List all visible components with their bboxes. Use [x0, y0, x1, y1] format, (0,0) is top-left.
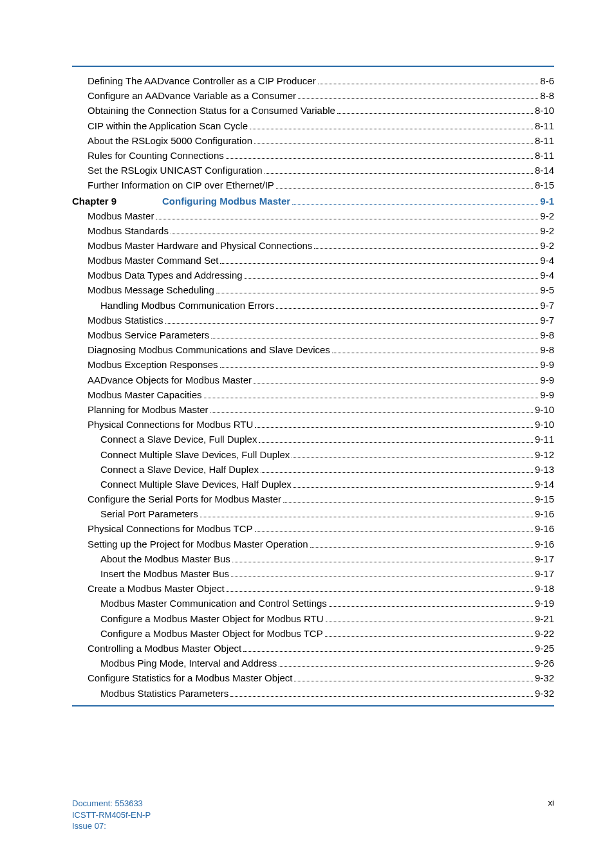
toc-entry-label[interactable]: About the Modbus Master Bus: [100, 554, 230, 564]
leader-dots: [259, 442, 533, 443]
footer-doc-block: Document: 553633 ICSTT-RM405f-EN-P Issue…: [72, 798, 151, 832]
toc-entry-page: 9-2: [540, 226, 554, 235]
toc-entry-label[interactable]: Modbus Ping Mode, Interval and Address: [100, 658, 277, 668]
toc-entry: Connect Multiple Slave Devices, Full Dup…: [72, 450, 554, 460]
toc-entry-label[interactable]: Modbus Exception Responses: [88, 360, 218, 369]
toc-entry-label[interactable]: Obtaining the Connection Status for a Co…: [88, 106, 335, 115]
toc-entry-page: 9-10: [535, 420, 554, 429]
toc-entry-label[interactable]: Modbus Service Parameters: [88, 330, 209, 340]
toc-entry-label[interactable]: Modbus Master Capacities: [88, 390, 202, 400]
toc-entry-label[interactable]: Configure a Modbus Master Object for Mod…: [100, 629, 323, 638]
leader-dots: [292, 457, 533, 458]
leader-dots: [265, 173, 533, 174]
toc-entry-label[interactable]: Controlling a Modbus Master Object: [88, 643, 241, 653]
toc-entry-label[interactable]: Modbus Master Hardware and Physical Conn…: [88, 241, 312, 250]
toc-entry: Rules for Counting Connections8-11: [72, 151, 554, 161]
toc-entry: Modbus Service Parameters9-8: [72, 330, 554, 340]
leader-dots: [216, 293, 539, 293]
toc-entry-label[interactable]: Modbus Master Command Set: [88, 255, 218, 265]
leader-dots: [276, 188, 533, 189]
toc-entry-label[interactable]: Rules for Counting Connections: [88, 151, 224, 160]
toc-entry-page: 8-10: [535, 106, 554, 115]
toc-entry: Modbus Master Communication and Control …: [72, 598, 554, 609]
chapter-label: Chapter 9: [72, 196, 162, 207]
toc-entry-label[interactable]: Connect a Slave Device, Half Duplex: [100, 465, 259, 474]
leader-dots: [298, 98, 538, 99]
page-footer: Document: 553633 ICSTT-RM405f-EN-P Issue…: [72, 798, 554, 832]
toc-entry-page: 9-7: [540, 300, 554, 310]
toc-entry: Modbus Master Capacities9-9: [72, 390, 554, 400]
toc-entry-label[interactable]: Configure the Serial Ports for Modbus Ma…: [88, 494, 281, 504]
toc-entry-page: 9-9: [540, 375, 554, 385]
toc-entry-page: 9-19: [535, 598, 554, 608]
leader-dots: [171, 234, 538, 234]
footer-page-number: xi: [548, 798, 554, 808]
leader-dots: [156, 219, 538, 219]
toc-entry: Modbus Master Hardware and Physical Conn…: [72, 241, 554, 251]
toc-entry-page: 9-8: [540, 345, 554, 355]
toc-entry-page: 9-21: [535, 614, 554, 623]
toc-entry-label[interactable]: Insert the Modbus Master Bus: [100, 569, 229, 578]
toc-entry: Configure an AADvance Variable as a Cons…: [72, 91, 554, 101]
toc-entry-label[interactable]: Modbus Statistics Parameters: [100, 688, 228, 698]
toc-entry: Diagnosing Modbus Communications and Sla…: [72, 345, 554, 355]
toc-entry-label[interactable]: Modbus Master: [88, 211, 154, 221]
toc-entry: About the RSLogix 5000 Configuration8-11: [72, 136, 554, 146]
leader-dots: [314, 248, 538, 249]
chapter-leader-dots: [292, 204, 538, 205]
toc-entry-label[interactable]: Setting up the Project for Modbus Master…: [88, 539, 308, 549]
toc-entry-label[interactable]: Configure a Modbus Master Object for Mod…: [100, 614, 324, 623]
leader-dots: [250, 129, 533, 129]
footer-doc-number: Document: 553633: [72, 798, 151, 809]
toc-entry-label[interactable]: CIP within the Application Scan Cycle: [88, 121, 248, 131]
toc-entry: Physical Connections for Modbus TCP9-16: [72, 524, 554, 534]
toc-entry-label[interactable]: About the RSLogix 5000 Configuration: [88, 136, 252, 145]
toc-entry-label[interactable]: Planning for Modbus Master: [88, 405, 209, 414]
toc-entry-label[interactable]: Modbus Message Scheduling: [88, 285, 214, 295]
bottom-rule: [72, 705, 554, 706]
toc-entry-label[interactable]: Connect Multiple Slave Devices, Half Dup…: [100, 479, 292, 489]
toc-entry-label[interactable]: Diagnosing Modbus Communications and Sla…: [88, 345, 330, 355]
toc-entry-label[interactable]: Configure Statistics for a Modbus Master…: [88, 673, 292, 683]
toc-entry-label[interactable]: Further Information on CIP over Ethernet…: [88, 180, 274, 190]
toc-entry-page: 9-10: [535, 405, 554, 414]
leader-dots: [227, 591, 533, 592]
toc-entry-page: 9-8: [540, 330, 554, 340]
toc-entry-page: 9-22: [535, 629, 554, 638]
toc-entry-page: 9-26: [535, 658, 554, 668]
toc-entry-page: 9-17: [535, 554, 554, 564]
toc-entry-page: 9-13: [535, 465, 554, 474]
toc-entry-page: 9-16: [535, 524, 554, 533]
toc-entry-label[interactable]: Handling Modbus Communication Errors: [100, 300, 274, 310]
toc-entry-label[interactable]: Modbus Master Communication and Control …: [100, 598, 327, 608]
toc-entry: Configure the Serial Ports for Modbus Ma…: [72, 494, 554, 504]
toc-entry-label[interactable]: AADvance Objects for Modbus Master: [88, 375, 252, 385]
toc-entry-label[interactable]: Connect a Slave Device, Full Duplex: [100, 434, 257, 444]
toc-entry: Modbus Exception Responses9-9: [72, 360, 554, 370]
toc-entry-label[interactable]: Modbus Standards: [88, 226, 169, 235]
leader-dots: [210, 412, 533, 413]
leader-dots: [232, 562, 533, 562]
toc-entry-label[interactable]: Set the RSLogix UNICAST Configuration: [88, 165, 263, 175]
chapter-title[interactable]: Configuring Modbus Master: [162, 196, 290, 207]
leader-dots: [293, 487, 533, 488]
toc-entry-label[interactable]: Modbus Statistics: [88, 315, 163, 325]
toc-entry: Modbus Data Types and Addressing9-4: [72, 270, 554, 281]
toc-entry-label[interactable]: Connect Multiple Slave Devices, Full Dup…: [100, 450, 290, 459]
toc-entry: Modbus Statistics9-7: [72, 315, 554, 326]
leader-dots: [254, 383, 538, 383]
leader-dots: [283, 502, 533, 503]
leader-dots: [220, 367, 539, 368]
toc-entry-page: 9-14: [535, 479, 554, 489]
toc-entry-label[interactable]: Serial Port Parameters: [100, 509, 198, 519]
toc-entry-page: 8-8: [540, 91, 554, 100]
toc-entry-label[interactable]: Physical Connections for Modbus TCP: [88, 524, 253, 533]
toc-entry-label[interactable]: Create a Modbus Master Object: [88, 584, 225, 593]
toc-entry-label[interactable]: Defining The AADvance Controller as a CI…: [88, 76, 316, 86]
toc-entry-label[interactable]: Configure an AADvance Variable as a Cons…: [88, 91, 296, 100]
toc-entry-label[interactable]: Physical Connections for Modbus RTU: [88, 420, 253, 429]
toc-entry-label[interactable]: Modbus Data Types and Addressing: [88, 270, 243, 280]
toc-entry-page: 9-12: [535, 450, 554, 459]
leader-dots: [325, 636, 533, 637]
toc-entry: Set the RSLogix UNICAST Configuration8-1…: [72, 165, 554, 176]
